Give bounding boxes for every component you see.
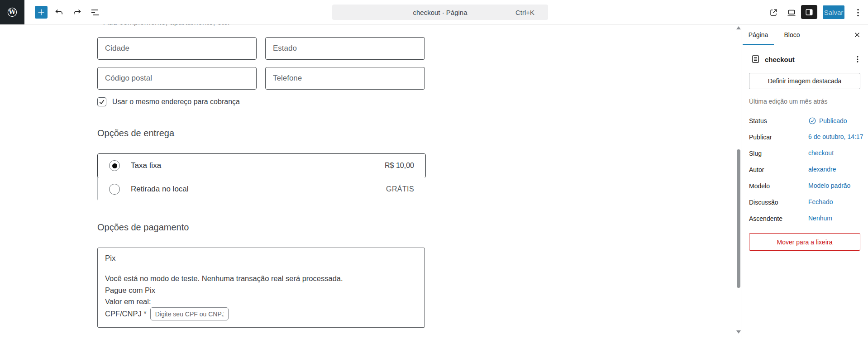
save-button[interactable]: Salvar xyxy=(823,5,844,19)
page-actions-menu[interactable] xyxy=(851,53,864,66)
amount-line: Valor em real: xyxy=(105,297,151,306)
scroll-up-arrow[interactable] xyxy=(736,26,741,29)
kebab-menu-icon xyxy=(853,7,863,18)
tab-pagina[interactable]: Página xyxy=(743,24,774,45)
postal-code-field[interactable] xyxy=(97,67,257,90)
cpf-label: CPF/CNPJ * xyxy=(105,310,147,318)
close-icon xyxy=(852,30,862,40)
status-link: Publicado xyxy=(819,117,847,124)
slug-label: Slug xyxy=(749,150,762,157)
command-shortcut: Ctrl+K xyxy=(515,9,534,16)
cpf-row: CPF/CNPJ * xyxy=(105,307,229,320)
template-label: Modelo xyxy=(749,182,770,190)
shipping-option-flat-rate[interactable]: Taxa fixa R$ 10,00 xyxy=(97,153,426,178)
canvas-scrollbar xyxy=(736,24,741,339)
tab-bloco[interactable]: Bloco xyxy=(776,24,808,45)
payment-options-heading: Opções de pagamento xyxy=(97,222,189,233)
sidebar-tabs: Página Bloco xyxy=(741,24,868,45)
document-title: checkout · Página xyxy=(413,9,467,16)
svg-text:W: W xyxy=(9,8,16,15)
editor-top-bar: W checkout · Página Ctrl+K xyxy=(0,0,868,24)
publish-date-link[interactable]: 6 de outubro, 14:17 xyxy=(808,133,863,140)
state-field[interactable] xyxy=(265,37,425,60)
payment-method-name: Pix xyxy=(105,254,116,263)
publish-label: Publicar xyxy=(749,134,772,141)
author-row: Autor alexandre xyxy=(749,166,860,175)
redo-button[interactable] xyxy=(70,6,84,19)
undo-icon xyxy=(54,7,65,18)
discussion-label: Discussão xyxy=(749,199,778,206)
shipping-option-price: R$ 10,00 xyxy=(385,162,414,170)
parent-label: Ascendente xyxy=(749,215,782,222)
author-label: Autor xyxy=(749,166,764,173)
command-palette[interactable]: checkout · Página Ctrl+K xyxy=(332,5,548,20)
set-featured-image-button[interactable]: Definir imagem destacada xyxy=(749,73,860,89)
editor-canvas: + Add complemento, apartamento, etc. Usa… xyxy=(0,0,736,339)
preview-button[interactable] xyxy=(785,6,798,19)
radio-unselected-icon xyxy=(109,184,120,195)
shipping-option-price: GRÁTIS xyxy=(386,185,414,193)
phone-field[interactable] xyxy=(265,67,425,90)
external-link-icon xyxy=(768,8,778,18)
slug-link[interactable]: checkout xyxy=(808,149,834,157)
last-edited-text: Última edição um mês atrás xyxy=(749,98,828,105)
plus-icon xyxy=(36,7,46,17)
status-value[interactable]: Publicado xyxy=(808,117,847,125)
shipping-option-label: Taxa fixa xyxy=(131,161,161,170)
shipping-option-label: Retirada no local xyxy=(131,185,189,194)
payment-method-panel: Pix Você está no modo de teste. Nenhuma … xyxy=(97,248,425,328)
checkbox-checked-icon xyxy=(97,97,106,106)
move-to-trash-button[interactable]: Mover para a lixeira xyxy=(749,233,860,251)
status-label: Status xyxy=(749,117,767,124)
document-overview-icon xyxy=(90,7,100,18)
parent-link[interactable]: Nenhum xyxy=(808,215,832,222)
settings-sidebar-toggle[interactable] xyxy=(801,5,817,19)
same-address-checkbox[interactable]: Usar o mesmo endereço para cobrança xyxy=(97,97,240,106)
shipping-options-group: Taxa fixa R$ 10,00 Retirada no local GRÁ… xyxy=(97,153,425,201)
same-address-label: Usar o mesmo endereço para cobrança xyxy=(112,98,240,106)
document-overview-button[interactable] xyxy=(88,6,102,19)
close-sidebar-button[interactable] xyxy=(850,28,864,42)
redo-icon xyxy=(72,7,82,18)
shipping-options-heading: Opções de entrega xyxy=(97,128,174,138)
options-menu-button[interactable] xyxy=(851,6,865,19)
sidebar-panel-icon xyxy=(804,7,814,17)
kebab-menu-icon xyxy=(853,54,863,64)
view-post-button[interactable] xyxy=(767,6,780,19)
block-inserter-button[interactable] xyxy=(35,6,48,19)
publish-row: Publicar 6 de outubro, 14:17 xyxy=(749,133,860,142)
shipping-option-local-pickup[interactable]: Retirada no local GRÁTIS xyxy=(98,177,425,201)
template-link[interactable]: Modelo padrão xyxy=(808,182,850,189)
cpf-input[interactable] xyxy=(150,307,229,320)
published-check-icon xyxy=(808,117,816,125)
city-field[interactable] xyxy=(97,37,257,60)
radio-selected-icon xyxy=(109,160,120,171)
settings-sidebar: Página Bloco checkout Definir imagem des… xyxy=(741,24,868,339)
discussion-link[interactable]: Fechado xyxy=(808,198,833,205)
status-row: Status Publicado xyxy=(749,117,860,126)
laptop-icon xyxy=(786,7,797,18)
discussion-row: Discussão Fechado xyxy=(749,198,860,207)
test-mode-notice: Você está no modo de teste. Nenhuma tran… xyxy=(105,274,343,283)
undo-button[interactable] xyxy=(52,6,66,19)
author-link[interactable]: alexandre xyxy=(808,166,836,173)
pay-with-pix-line: Pague com Pix xyxy=(105,286,155,295)
page-document-icon xyxy=(751,54,760,66)
parent-row: Ascendente Nenhum xyxy=(749,215,860,224)
scrollbar-thumb[interactable] xyxy=(737,149,740,288)
slug-row: Slug checkout xyxy=(749,149,860,158)
wordpress-logo[interactable]: W xyxy=(0,0,24,24)
scroll-down-arrow[interactable] xyxy=(736,330,741,334)
template-row: Modelo Modelo padrão xyxy=(749,182,860,191)
page-title: checkout xyxy=(765,56,795,63)
